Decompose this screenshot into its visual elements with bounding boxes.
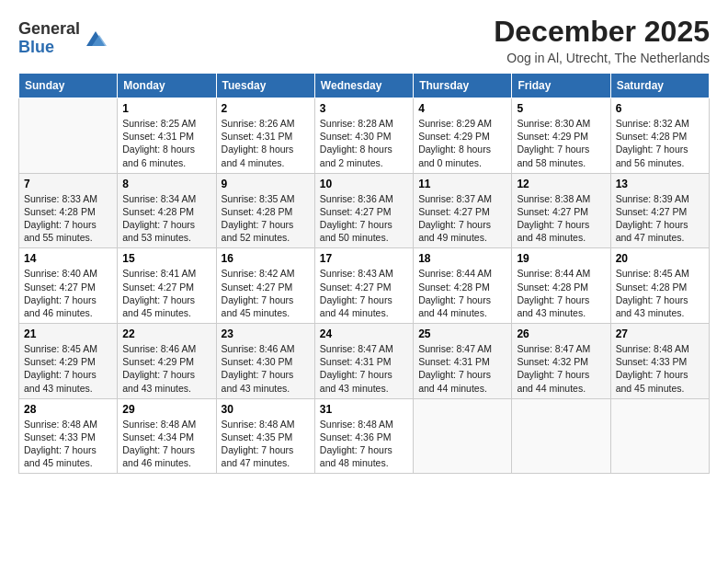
- day-info: Sunrise: 8:48 AMSunset: 4:33 PMDaylight:…: [24, 418, 112, 470]
- day-number: 2: [222, 102, 310, 115]
- calendar-header-thursday: Thursday: [414, 74, 512, 98]
- day-number: 7: [24, 178, 112, 190]
- day-info: Sunrise: 8:37 AMSunset: 4:27 PMDaylight:…: [418, 192, 506, 245]
- calendar-cell: 19Sunrise: 8:44 AMSunset: 4:28 PMDayligh…: [512, 248, 610, 324]
- calendar-cell: 16Sunrise: 8:42 AMSunset: 4:27 PMDayligh…: [216, 248, 314, 324]
- day-info: Sunrise: 8:43 AMSunset: 4:27 PMDaylight:…: [320, 267, 408, 319]
- calendar-week-row: 14Sunrise: 8:40 AMSunset: 4:27 PMDayligh…: [19, 248, 710, 324]
- day-info: Sunrise: 8:33 AMSunset: 4:28 PMDaylight:…: [24, 192, 112, 245]
- day-number: 17: [320, 252, 408, 265]
- day-number: 22: [122, 327, 210, 340]
- day-info: Sunrise: 8:35 AMSunset: 4:28 PMDaylight:…: [222, 192, 310, 245]
- day-info: Sunrise: 8:46 AMSunset: 4:30 PMDaylight:…: [222, 342, 310, 395]
- day-info: Sunrise: 8:48 AMSunset: 4:33 PMDaylight:…: [616, 342, 704, 395]
- day-info: Sunrise: 8:46 AMSunset: 4:29 PMDaylight:…: [122, 342, 210, 395]
- calendar-week-row: 28Sunrise: 8:48 AMSunset: 4:33 PMDayligh…: [19, 398, 710, 474]
- calendar-week-row: 1Sunrise: 8:25 AMSunset: 4:31 PMDaylight…: [19, 98, 710, 174]
- calendar-cell: 12Sunrise: 8:38 AMSunset: 4:27 PMDayligh…: [512, 173, 610, 248]
- calendar-header-sunday: Sunday: [19, 74, 118, 98]
- calendar-cell: 7Sunrise: 8:33 AMSunset: 4:28 PMDaylight…: [19, 173, 118, 248]
- calendar-cell: [610, 398, 709, 474]
- calendar-table: SundayMondayTuesdayWednesdayThursdayFrid…: [18, 73, 710, 474]
- day-number: 31: [320, 403, 408, 416]
- day-number: 10: [320, 178, 408, 190]
- day-number: 26: [517, 327, 605, 340]
- day-number: 27: [616, 327, 704, 340]
- calendar-cell: 31Sunrise: 8:48 AMSunset: 4:36 PMDayligh…: [314, 398, 413, 474]
- calendar-cell: 29Sunrise: 8:48 AMSunset: 4:34 PMDayligh…: [118, 398, 216, 474]
- calendar-cell: 21Sunrise: 8:45 AMSunset: 4:29 PMDayligh…: [19, 324, 118, 399]
- title-block: December 2025 Oog in Al, Utrecht, The Ne…: [494, 15, 710, 65]
- calendar-cell: 23Sunrise: 8:46 AMSunset: 4:30 PMDayligh…: [216, 324, 314, 399]
- day-info: Sunrise: 8:26 AMSunset: 4:31 PMDaylight:…: [222, 117, 310, 169]
- calendar-header-monday: Monday: [118, 74, 216, 98]
- day-info: Sunrise: 8:39 AMSunset: 4:27 PMDaylight:…: [616, 192, 704, 245]
- day-number: 21: [24, 327, 112, 340]
- calendar-cell: 9Sunrise: 8:35 AMSunset: 4:28 PMDaylight…: [216, 173, 314, 248]
- day-info: Sunrise: 8:44 AMSunset: 4:28 PMDaylight:…: [418, 267, 506, 319]
- day-info: Sunrise: 8:29 AMSunset: 4:29 PMDaylight:…: [418, 117, 506, 169]
- calendar-cell: 30Sunrise: 8:48 AMSunset: 4:35 PMDayligh…: [216, 398, 314, 474]
- page-header: General Blue December 2025 Oog in Al, Ut…: [18, 15, 710, 65]
- day-number: 18: [418, 252, 506, 265]
- calendar-header-saturday: Saturday: [610, 74, 709, 98]
- calendar-cell: 6Sunrise: 8:32 AMSunset: 4:28 PMDaylight…: [610, 98, 709, 174]
- day-info: Sunrise: 8:25 AMSunset: 4:31 PMDaylight:…: [122, 117, 210, 169]
- day-number: 5: [517, 102, 605, 115]
- calendar-cell: 2Sunrise: 8:26 AMSunset: 4:31 PMDaylight…: [216, 98, 314, 174]
- calendar-cell: 24Sunrise: 8:47 AMSunset: 4:31 PMDayligh…: [314, 324, 413, 399]
- day-info: Sunrise: 8:41 AMSunset: 4:27 PMDaylight:…: [122, 267, 210, 319]
- day-info: Sunrise: 8:48 AMSunset: 4:36 PMDaylight:…: [320, 418, 408, 470]
- calendar-cell: 27Sunrise: 8:48 AMSunset: 4:33 PMDayligh…: [610, 324, 709, 399]
- logo-icon: [83, 26, 108, 52]
- day-info: Sunrise: 8:44 AMSunset: 4:28 PMDaylight:…: [517, 267, 605, 319]
- day-number: 28: [24, 403, 112, 416]
- calendar-cell: 13Sunrise: 8:39 AMSunset: 4:27 PMDayligh…: [610, 173, 709, 248]
- day-info: Sunrise: 8:32 AMSunset: 4:28 PMDaylight:…: [616, 117, 704, 169]
- day-info: Sunrise: 8:38 AMSunset: 4:27 PMDaylight:…: [517, 192, 605, 245]
- calendar-cell: 20Sunrise: 8:45 AMSunset: 4:28 PMDayligh…: [610, 248, 709, 324]
- day-number: 24: [320, 327, 408, 340]
- calendar-week-row: 7Sunrise: 8:33 AMSunset: 4:28 PMDaylight…: [19, 173, 710, 248]
- calendar-cell: 26Sunrise: 8:47 AMSunset: 4:32 PMDayligh…: [512, 324, 610, 399]
- calendar-header-tuesday: Tuesday: [216, 74, 314, 98]
- logo: General Blue: [18, 20, 108, 57]
- calendar-cell: 5Sunrise: 8:30 AMSunset: 4:29 PMDaylight…: [512, 98, 610, 174]
- calendar-cell: 28Sunrise: 8:48 AMSunset: 4:33 PMDayligh…: [19, 398, 118, 474]
- day-info: Sunrise: 8:28 AMSunset: 4:30 PMDaylight:…: [320, 117, 408, 169]
- day-number: 16: [222, 252, 310, 265]
- day-info: Sunrise: 8:48 AMSunset: 4:34 PMDaylight:…: [122, 418, 210, 470]
- calendar-cell: 4Sunrise: 8:29 AMSunset: 4:29 PMDaylight…: [414, 98, 512, 174]
- day-info: Sunrise: 8:45 AMSunset: 4:29 PMDaylight:…: [24, 342, 112, 395]
- day-number: 29: [122, 403, 210, 416]
- day-info: Sunrise: 8:42 AMSunset: 4:27 PMDaylight:…: [222, 267, 310, 319]
- calendar-cell: 17Sunrise: 8:43 AMSunset: 4:27 PMDayligh…: [314, 248, 413, 324]
- calendar-cell: 10Sunrise: 8:36 AMSunset: 4:27 PMDayligh…: [314, 173, 413, 248]
- calendar-cell: [19, 98, 118, 174]
- day-info: Sunrise: 8:47 AMSunset: 4:32 PMDaylight:…: [517, 342, 605, 395]
- day-number: 30: [222, 403, 310, 416]
- day-info: Sunrise: 8:34 AMSunset: 4:28 PMDaylight:…: [122, 192, 210, 245]
- logo-text-general: General: [18, 19, 80, 38]
- calendar-week-row: 21Sunrise: 8:45 AMSunset: 4:29 PMDayligh…: [19, 324, 710, 399]
- calendar-cell: 15Sunrise: 8:41 AMSunset: 4:27 PMDayligh…: [118, 248, 216, 324]
- day-number: 13: [616, 178, 704, 190]
- day-number: 14: [24, 252, 112, 265]
- day-number: 23: [222, 327, 310, 340]
- day-info: Sunrise: 8:30 AMSunset: 4:29 PMDaylight:…: [517, 117, 605, 169]
- calendar-cell: 11Sunrise: 8:37 AMSunset: 4:27 PMDayligh…: [414, 173, 512, 248]
- day-number: 9: [222, 178, 310, 190]
- month-title: December 2025: [494, 15, 710, 49]
- calendar-header-row: SundayMondayTuesdayWednesdayThursdayFrid…: [19, 74, 710, 98]
- logo-text-blue: Blue: [18, 38, 54, 56]
- day-info: Sunrise: 8:45 AMSunset: 4:28 PMDaylight:…: [616, 267, 704, 319]
- day-number: 11: [418, 178, 506, 190]
- day-number: 6: [616, 102, 704, 115]
- day-info: Sunrise: 8:47 AMSunset: 4:31 PMDaylight:…: [320, 342, 408, 395]
- day-number: 1: [122, 102, 210, 115]
- calendar-cell: 18Sunrise: 8:44 AMSunset: 4:28 PMDayligh…: [414, 248, 512, 324]
- day-number: 25: [418, 327, 506, 340]
- calendar-cell: [414, 398, 512, 474]
- calendar-cell: [512, 398, 610, 474]
- calendar-cell: 8Sunrise: 8:34 AMSunset: 4:28 PMDaylight…: [118, 173, 216, 248]
